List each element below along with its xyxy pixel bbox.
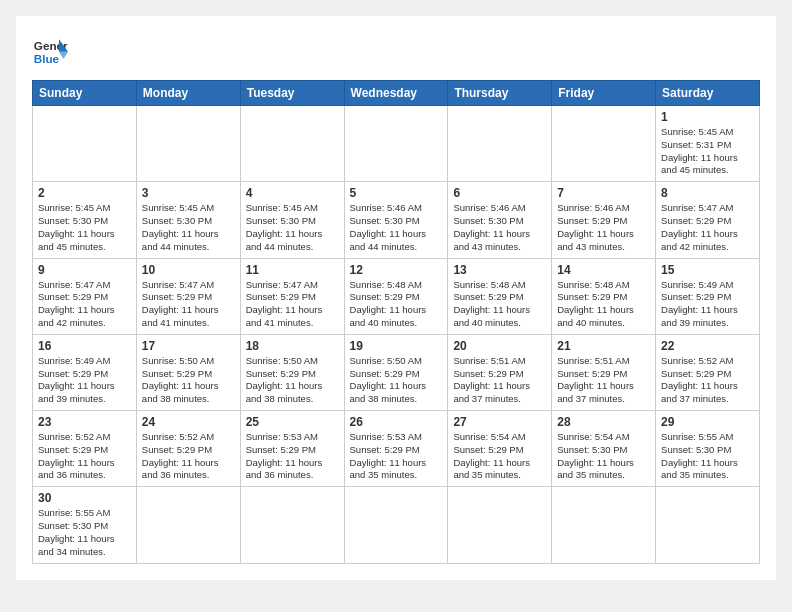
logo: General Blue xyxy=(32,32,74,68)
calendar-cell xyxy=(136,487,240,563)
day-info: Sunrise: 5:50 AM Sunset: 5:29 PM Dayligh… xyxy=(246,355,339,406)
calendar-cell xyxy=(552,106,656,182)
day-info: Sunrise: 5:50 AM Sunset: 5:29 PM Dayligh… xyxy=(350,355,443,406)
calendar-cell: 15Sunrise: 5:49 AM Sunset: 5:29 PM Dayli… xyxy=(656,258,760,334)
calendar-week-3: 16Sunrise: 5:49 AM Sunset: 5:29 PM Dayli… xyxy=(33,334,760,410)
day-number: 16 xyxy=(38,339,131,353)
day-number: 21 xyxy=(557,339,650,353)
day-info: Sunrise: 5:54 AM Sunset: 5:29 PM Dayligh… xyxy=(453,431,546,482)
day-number: 19 xyxy=(350,339,443,353)
calendar-cell xyxy=(136,106,240,182)
day-number: 18 xyxy=(246,339,339,353)
day-number: 28 xyxy=(557,415,650,429)
calendar-cell: 27Sunrise: 5:54 AM Sunset: 5:29 PM Dayli… xyxy=(448,411,552,487)
day-number: 26 xyxy=(350,415,443,429)
calendar-cell: 14Sunrise: 5:48 AM Sunset: 5:29 PM Dayli… xyxy=(552,258,656,334)
day-info: Sunrise: 5:47 AM Sunset: 5:29 PM Dayligh… xyxy=(246,279,339,330)
day-info: Sunrise: 5:47 AM Sunset: 5:29 PM Dayligh… xyxy=(661,202,754,253)
calendar-cell xyxy=(448,487,552,563)
day-info: Sunrise: 5:51 AM Sunset: 5:29 PM Dayligh… xyxy=(453,355,546,406)
day-number: 3 xyxy=(142,186,235,200)
page: General Blue SundayMondayTuesdayWednesda… xyxy=(16,16,776,580)
day-info: Sunrise: 5:45 AM Sunset: 5:30 PM Dayligh… xyxy=(246,202,339,253)
calendar-cell: 16Sunrise: 5:49 AM Sunset: 5:29 PM Dayli… xyxy=(33,334,137,410)
calendar-cell: 7Sunrise: 5:46 AM Sunset: 5:29 PM Daylig… xyxy=(552,182,656,258)
day-number: 1 xyxy=(661,110,754,124)
day-number: 4 xyxy=(246,186,339,200)
calendar-cell xyxy=(344,106,448,182)
calendar-cell: 19Sunrise: 5:50 AM Sunset: 5:29 PM Dayli… xyxy=(344,334,448,410)
day-number: 2 xyxy=(38,186,131,200)
day-header-friday: Friday xyxy=(552,81,656,106)
day-number: 22 xyxy=(661,339,754,353)
svg-text:Blue: Blue xyxy=(34,52,60,65)
calendar-cell xyxy=(656,487,760,563)
calendar: SundayMondayTuesdayWednesdayThursdayFrid… xyxy=(32,80,760,564)
day-number: 17 xyxy=(142,339,235,353)
calendar-cell: 24Sunrise: 5:52 AM Sunset: 5:29 PM Dayli… xyxy=(136,411,240,487)
day-info: Sunrise: 5:47 AM Sunset: 5:29 PM Dayligh… xyxy=(38,279,131,330)
calendar-cell: 4Sunrise: 5:45 AM Sunset: 5:30 PM Daylig… xyxy=(240,182,344,258)
calendar-cell xyxy=(344,487,448,563)
day-number: 27 xyxy=(453,415,546,429)
calendar-cell xyxy=(33,106,137,182)
day-info: Sunrise: 5:49 AM Sunset: 5:29 PM Dayligh… xyxy=(38,355,131,406)
day-header-saturday: Saturday xyxy=(656,81,760,106)
calendar-cell: 18Sunrise: 5:50 AM Sunset: 5:29 PM Dayli… xyxy=(240,334,344,410)
logo-icon: General Blue xyxy=(32,32,68,68)
day-number: 24 xyxy=(142,415,235,429)
day-number: 11 xyxy=(246,263,339,277)
calendar-cell: 13Sunrise: 5:48 AM Sunset: 5:29 PM Dayli… xyxy=(448,258,552,334)
calendar-cell: 12Sunrise: 5:48 AM Sunset: 5:29 PM Dayli… xyxy=(344,258,448,334)
day-info: Sunrise: 5:51 AM Sunset: 5:29 PM Dayligh… xyxy=(557,355,650,406)
day-header-wednesday: Wednesday xyxy=(344,81,448,106)
day-number: 30 xyxy=(38,491,131,505)
calendar-header-row: SundayMondayTuesdayWednesdayThursdayFrid… xyxy=(33,81,760,106)
svg-marker-3 xyxy=(59,52,68,59)
calendar-cell: 17Sunrise: 5:50 AM Sunset: 5:29 PM Dayli… xyxy=(136,334,240,410)
calendar-cell: 5Sunrise: 5:46 AM Sunset: 5:30 PM Daylig… xyxy=(344,182,448,258)
day-info: Sunrise: 5:48 AM Sunset: 5:29 PM Dayligh… xyxy=(350,279,443,330)
day-number: 8 xyxy=(661,186,754,200)
day-header-thursday: Thursday xyxy=(448,81,552,106)
day-info: Sunrise: 5:52 AM Sunset: 5:29 PM Dayligh… xyxy=(661,355,754,406)
calendar-cell xyxy=(552,487,656,563)
day-number: 15 xyxy=(661,263,754,277)
day-number: 5 xyxy=(350,186,443,200)
day-number: 12 xyxy=(350,263,443,277)
day-number: 13 xyxy=(453,263,546,277)
day-number: 20 xyxy=(453,339,546,353)
day-number: 25 xyxy=(246,415,339,429)
calendar-cell: 29Sunrise: 5:55 AM Sunset: 5:30 PM Dayli… xyxy=(656,411,760,487)
day-info: Sunrise: 5:45 AM Sunset: 5:30 PM Dayligh… xyxy=(142,202,235,253)
calendar-cell: 23Sunrise: 5:52 AM Sunset: 5:29 PM Dayli… xyxy=(33,411,137,487)
day-header-monday: Monday xyxy=(136,81,240,106)
calendar-cell: 20Sunrise: 5:51 AM Sunset: 5:29 PM Dayli… xyxy=(448,334,552,410)
calendar-cell: 22Sunrise: 5:52 AM Sunset: 5:29 PM Dayli… xyxy=(656,334,760,410)
day-info: Sunrise: 5:53 AM Sunset: 5:29 PM Dayligh… xyxy=(246,431,339,482)
calendar-cell xyxy=(240,106,344,182)
header: General Blue xyxy=(32,32,760,68)
day-info: Sunrise: 5:49 AM Sunset: 5:29 PM Dayligh… xyxy=(661,279,754,330)
calendar-cell: 10Sunrise: 5:47 AM Sunset: 5:29 PM Dayli… xyxy=(136,258,240,334)
calendar-cell: 30Sunrise: 5:55 AM Sunset: 5:30 PM Dayli… xyxy=(33,487,137,563)
day-info: Sunrise: 5:46 AM Sunset: 5:30 PM Dayligh… xyxy=(453,202,546,253)
calendar-week-0: 1Sunrise: 5:45 AM Sunset: 5:31 PM Daylig… xyxy=(33,106,760,182)
calendar-cell: 2Sunrise: 5:45 AM Sunset: 5:30 PM Daylig… xyxy=(33,182,137,258)
day-number: 29 xyxy=(661,415,754,429)
day-info: Sunrise: 5:55 AM Sunset: 5:30 PM Dayligh… xyxy=(661,431,754,482)
day-info: Sunrise: 5:48 AM Sunset: 5:29 PM Dayligh… xyxy=(453,279,546,330)
calendar-week-4: 23Sunrise: 5:52 AM Sunset: 5:29 PM Dayli… xyxy=(33,411,760,487)
calendar-body: 1Sunrise: 5:45 AM Sunset: 5:31 PM Daylig… xyxy=(33,106,760,564)
calendar-cell xyxy=(240,487,344,563)
day-number: 9 xyxy=(38,263,131,277)
day-header-sunday: Sunday xyxy=(33,81,137,106)
calendar-week-5: 30Sunrise: 5:55 AM Sunset: 5:30 PM Dayli… xyxy=(33,487,760,563)
day-number: 14 xyxy=(557,263,650,277)
calendar-cell: 3Sunrise: 5:45 AM Sunset: 5:30 PM Daylig… xyxy=(136,182,240,258)
day-info: Sunrise: 5:48 AM Sunset: 5:29 PM Dayligh… xyxy=(557,279,650,330)
calendar-cell: 9Sunrise: 5:47 AM Sunset: 5:29 PM Daylig… xyxy=(33,258,137,334)
day-number: 10 xyxy=(142,263,235,277)
day-info: Sunrise: 5:52 AM Sunset: 5:29 PM Dayligh… xyxy=(142,431,235,482)
calendar-cell: 25Sunrise: 5:53 AM Sunset: 5:29 PM Dayli… xyxy=(240,411,344,487)
